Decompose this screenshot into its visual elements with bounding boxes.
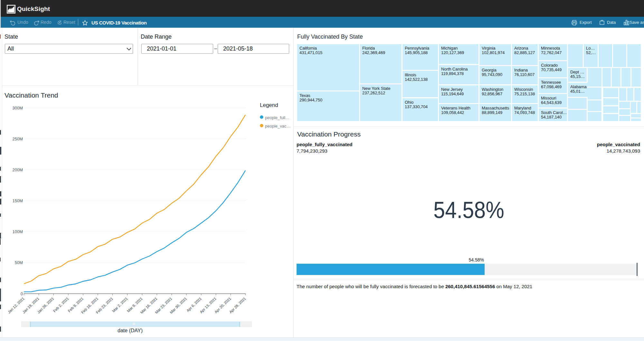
svg-text:0: 0 (21, 291, 23, 296)
svg-text:date (DAY): date (DAY) (118, 328, 143, 333)
svg-text:people_full…: people_full… (265, 115, 289, 120)
svg-text:100M: 100M (12, 229, 23, 234)
svg-text:300M: 300M (12, 106, 23, 110)
svg-text:200M: 200M (12, 167, 23, 172)
svg-text:150M: 150M (12, 198, 23, 203)
svg-text:Legend: Legend (260, 102, 278, 108)
svg-text:50M: 50M (15, 260, 23, 265)
svg-text:people_vac…: people_vac… (265, 124, 291, 128)
svg-text:250M: 250M (12, 137, 23, 141)
svg-text:Feb 2, 2021: Feb 2, 2021 (52, 297, 69, 313)
svg-text:Mar 2, 2021: Mar 2, 2021 (111, 297, 128, 313)
